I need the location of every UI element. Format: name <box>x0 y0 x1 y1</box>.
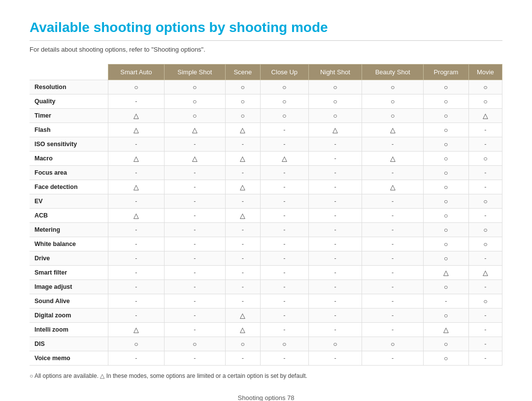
row-cell: - <box>308 323 362 337</box>
dash-symbol: - <box>392 241 394 247</box>
dash-symbol: - <box>392 283 394 290</box>
dash-symbol: - <box>392 312 394 319</box>
dash-symbol: - <box>135 169 137 176</box>
row-cell: - <box>165 166 225 180</box>
triangle-symbol: △ <box>332 126 338 134</box>
circle-symbol: ○ <box>444 126 448 134</box>
row-cell: △ <box>225 152 261 166</box>
table-row: Flash△△△-△△○- <box>30 123 502 137</box>
row-cell: - <box>108 194 164 209</box>
dash-symbol: - <box>242 141 244 148</box>
table-row: EV------○○ <box>30 194 502 209</box>
triangle-symbol: △ <box>390 154 396 162</box>
table-header-col: Night Shot <box>308 64 362 80</box>
row-cell: - <box>165 308 225 323</box>
row-cell: ○ <box>362 94 424 109</box>
dash-symbol: - <box>194 269 196 276</box>
table-row: Voice memo------○- <box>30 351 502 366</box>
dash-symbol: - <box>283 355 285 362</box>
row-cell: - <box>308 209 362 223</box>
row-cell: - <box>468 308 502 323</box>
table-row: Macro△△△△-△○○ <box>30 152 502 166</box>
triangle-symbol: △ <box>240 326 245 334</box>
row-cell: ○ <box>468 80 502 94</box>
dash-symbol: - <box>392 355 394 362</box>
table-row: Focus area------○- <box>30 166 502 180</box>
dash-symbol: - <box>283 255 285 262</box>
row-cell: - <box>308 223 362 237</box>
row-cell: - <box>468 280 502 294</box>
table-row: Sound Alive-------○ <box>30 294 502 308</box>
row-cell: ○ <box>423 237 468 251</box>
row-cell: - <box>468 337 502 351</box>
dash-symbol: - <box>334 312 336 319</box>
row-cell: ○ <box>423 80 468 94</box>
table-row: Drive------○- <box>30 251 502 266</box>
circle-symbol: ○ <box>444 212 448 219</box>
row-cell: △ <box>108 209 164 223</box>
row-cell: ○ <box>423 109 468 123</box>
row-cell: ○ <box>423 180 468 194</box>
row-cell: △ <box>108 152 164 166</box>
dash-symbol: - <box>194 184 196 190</box>
row-cell: - <box>261 223 308 237</box>
circle-symbol: ○ <box>444 169 448 177</box>
row-cell: - <box>108 237 164 251</box>
table-header-col: Beauty Shot <box>362 64 424 80</box>
row-cell: - <box>108 166 164 180</box>
row-label: Smart filter <box>30 266 108 280</box>
row-cell: ○ <box>423 280 468 294</box>
table-body: Resolution○○○○○○○○Quality-○○○○○○○Timer△○… <box>30 80 502 366</box>
row-cell: ○ <box>423 251 468 266</box>
row-cell: ○ <box>108 337 164 351</box>
row-cell: △ <box>225 180 261 194</box>
row-label: Face detection <box>30 180 108 194</box>
row-cell: - <box>423 294 468 308</box>
dash-symbol: - <box>283 326 285 333</box>
table-header: Smart AutoSimple ShotSceneClose UpNight … <box>30 64 502 80</box>
circle-symbol: ○ <box>282 97 286 105</box>
row-label: Sound Alive <box>30 294 108 308</box>
row-cell: - <box>225 194 261 209</box>
row-cell: - <box>261 294 308 308</box>
row-cell: △ <box>261 152 308 166</box>
row-cell: - <box>225 223 261 237</box>
row-cell: - <box>362 237 424 251</box>
dash-symbol: - <box>334 255 336 262</box>
triangle-symbol: △ <box>443 326 449 334</box>
row-cell: - <box>108 351 164 366</box>
circle-symbol: ○ <box>483 154 487 162</box>
row-cell: - <box>308 137 362 152</box>
row-cell: - <box>308 266 362 280</box>
dash-symbol: - <box>334 269 336 276</box>
row-label: ISO sensitivity <box>30 137 108 152</box>
circle-symbol: ○ <box>193 83 197 91</box>
dash-symbol: - <box>242 255 244 262</box>
row-cell: △ <box>108 323 164 337</box>
row-cell: - <box>261 251 308 266</box>
row-cell: ○ <box>225 337 261 351</box>
circle-symbol: ○ <box>241 97 245 105</box>
dash-symbol: - <box>242 283 244 290</box>
row-cell: - <box>468 251 502 266</box>
row-cell: - <box>468 123 502 137</box>
dash-symbol: - <box>135 269 137 276</box>
dash-symbol: - <box>484 169 486 176</box>
dash-symbol: - <box>283 226 285 233</box>
table-row: Intelli zoom△-△---△- <box>30 323 502 337</box>
circle-symbol: ○ <box>391 340 395 348</box>
row-label: Flash <box>30 123 108 137</box>
row-cell: △ <box>225 209 261 223</box>
triangle-symbol: △ <box>133 326 139 334</box>
dash-symbol: - <box>194 226 196 233</box>
circle-symbol: ○ <box>444 112 448 120</box>
row-cell: ○ <box>423 166 468 180</box>
row-cell: - <box>308 237 362 251</box>
row-cell: △ <box>423 323 468 337</box>
dash-symbol: - <box>135 141 137 148</box>
dash-symbol: - <box>484 312 486 319</box>
dash-symbol: - <box>283 312 285 319</box>
dash-symbol: - <box>135 298 137 305</box>
circle-symbol: ○ <box>444 340 448 348</box>
row-cell: - <box>225 137 261 152</box>
